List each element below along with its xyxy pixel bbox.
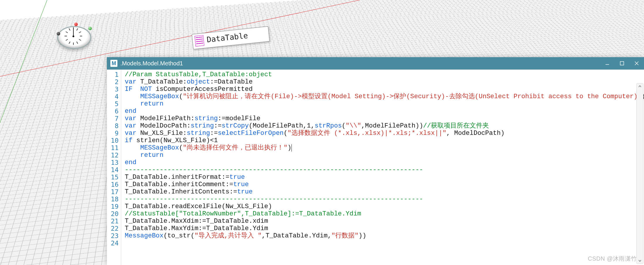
scroll-up-button[interactable]	[637, 84, 643, 89]
event-controller-clock[interactable]	[57, 24, 98, 51]
line-number: 14	[107, 166, 121, 174]
code-area[interactable]: 1 2 3 4 5 6 7 8 9 10 11 12 13 14 15 16 1…	[107, 69, 644, 265]
line-number: 24	[107, 239, 121, 247]
line-number: 17	[107, 188, 121, 196]
app-logo-icon: M	[110, 60, 117, 67]
line-number: 11	[107, 144, 121, 152]
line-number: 6	[107, 108, 121, 115]
chevron-down-icon	[638, 259, 641, 262]
close-icon	[635, 61, 639, 65]
line-number: 23	[107, 232, 121, 239]
window-title: .Models.Model.Method1	[120, 60, 183, 67]
datatable-icon	[195, 35, 205, 47]
svg-rect-1	[620, 62, 624, 65]
scroll-down-button[interactable]	[637, 258, 643, 264]
line-number: 21	[107, 218, 121, 225]
minimize-button[interactable]	[600, 57, 615, 69]
line-number: 12	[107, 152, 121, 159]
line-number: 4	[107, 93, 121, 100]
clock-green-marker-icon	[88, 27, 92, 30]
line-number: 1	[107, 71, 121, 78]
line-number: 18	[107, 196, 121, 203]
method-editor-window[interactable]: M .Models.Model.Method1 1 2 3 4 5 6 7 8 …	[107, 57, 644, 265]
line-number: 15	[107, 174, 121, 181]
clock-red-marker-icon	[74, 23, 78, 26]
scrollbar-track[interactable]	[637, 89, 643, 258]
minimize-icon	[605, 61, 609, 65]
line-number: 19	[107, 203, 121, 210]
line-number: 16	[107, 181, 121, 188]
window-titlebar[interactable]: M .Models.Model.Method1	[107, 57, 644, 69]
clock-black-marker-icon	[57, 32, 60, 35]
line-number: 7	[107, 115, 121, 122]
line-number-gutter: 1 2 3 4 5 6 7 8 9 10 11 12 13 14 15 16 1…	[107, 70, 121, 265]
close-button[interactable]	[629, 57, 644, 69]
vertical-scrollbar[interactable]	[636, 83, 643, 264]
line-number: 9	[107, 130, 121, 137]
line-number: 8	[107, 122, 121, 130]
line-number: 2	[107, 78, 121, 86]
text-caret	[291, 144, 292, 152]
code-text[interactable]: //Param StatusTable,T_DataTable:object v…	[121, 70, 644, 265]
line-number: 20	[107, 210, 121, 218]
line-number: 13	[107, 159, 121, 166]
maximize-button[interactable]	[615, 57, 629, 69]
line-number: 3	[107, 86, 121, 93]
datatable-label: DataTable	[206, 31, 248, 44]
maximize-icon	[620, 61, 624, 65]
line-number: 10	[107, 137, 121, 144]
chevron-up-icon	[638, 85, 641, 88]
line-number: 22	[107, 225, 121, 232]
line-number: 5	[107, 100, 121, 108]
